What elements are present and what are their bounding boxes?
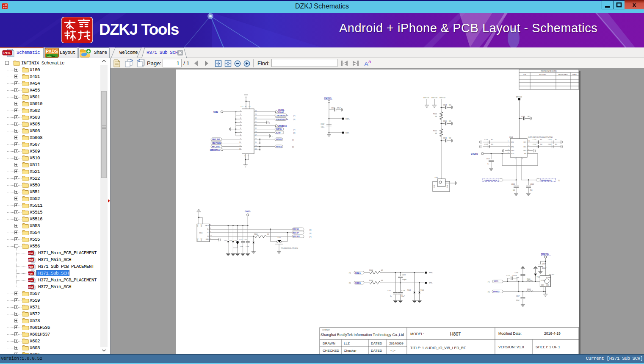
svg-text:C104: C104 <box>443 104 447 106</box>
svg-text:a: a <box>368 59 371 64</box>
svg-text:DATE: DATE <box>572 74 577 75</box>
svg-text:[1]: [1] <box>292 139 294 141</box>
svg-text:ANT102: ANT102 <box>439 97 445 99</box>
svg-text:20: 20 <box>255 124 257 126</box>
svg-text:18: 18 <box>255 131 257 133</box>
svg-text:10pF: 10pF <box>516 277 520 278</box>
svg-text:2: 2 <box>240 114 241 115</box>
svg-text:[1]: [1] <box>558 180 560 181</box>
svg-text:PDF: PDF <box>28 286 33 289</box>
svg-text:1K: 1K <box>267 233 269 235</box>
svg-text:R101: R101 <box>433 113 437 115</box>
svg-text:22: 22 <box>255 117 257 119</box>
svg-text:0R: 0R <box>435 133 437 134</box>
svg-text:30BG1: 30BG1 <box>276 139 282 141</box>
svg-text:X42: X42 <box>240 106 243 108</box>
svg-text:D-: D- <box>207 228 209 230</box>
svg-text:NC: NC <box>491 139 494 141</box>
svg-text:63K363: 63K363 <box>324 97 332 100</box>
svg-text:GND: GND <box>511 150 514 152</box>
svg-text:[1]: [1] <box>293 129 295 131</box>
svg-text:VERSION: V1.0: VERSION: V1.0 <box>498 345 524 349</box>
svg-text:17: 17 <box>255 134 257 136</box>
svg-text:C119: C119 <box>521 116 525 117</box>
svg-text:C118: C118 <box>511 183 515 185</box>
svg-text:C117: C117 <box>516 295 520 297</box>
svg-text:GND: GND <box>447 185 448 188</box>
svg-text:GND: GND <box>201 224 202 227</box>
svg-text:C102: C102 <box>321 123 324 125</box>
svg-text:15: 15 <box>255 142 257 143</box>
svg-text:|-: |- <box>269 122 271 124</box>
svg-text:3: 3 <box>240 117 241 119</box>
svg-text:1: 1 <box>508 140 509 142</box>
svg-text:PDF: PDF <box>28 252 33 255</box>
svg-text:22uF: 22uF <box>337 107 341 109</box>
svg-text:T100: T100 <box>229 240 232 242</box>
svg-text:C218: C218 <box>514 272 518 274</box>
svg-text:R102: R102 <box>369 270 373 271</box>
svg-text:19: 19 <box>255 128 257 129</box>
svg-text:6: 6 <box>240 128 241 129</box>
svg-text:R301: R301 <box>254 233 258 235</box>
svg-text:PADS: PADS <box>46 49 58 54</box>
svg-text:9: 9 <box>240 138 241 139</box>
svg-text:ANT103: ANT103 <box>431 97 437 99</box>
svg-text:SPK-: SPK- <box>429 282 433 284</box>
svg-text:2: 2 <box>508 145 509 147</box>
svg-text:M6C2RA: M6C2RA <box>212 146 220 148</box>
svg-text:T301: T301 <box>277 237 281 239</box>
svg-text:GND1: GND1 <box>541 284 544 286</box>
svg-text:C122: C122 <box>530 183 534 185</box>
svg-text:SPK+: SPK+ <box>429 272 434 274</box>
svg-text:24: 24 <box>255 110 257 112</box>
svg-text:[1]: [1] <box>488 291 489 293</box>
svg-text:13: 13 <box>255 148 257 150</box>
svg-text:60C0P: 60C0P <box>293 232 299 234</box>
svg-text:R106: R106 <box>527 278 531 280</box>
svg-text:5R0RL8VL8: 5R0RL8VL8 <box>541 179 552 181</box>
svg-text:J101: J101 <box>434 177 438 178</box>
svg-text:X1: X1 <box>245 106 246 108</box>
svg-text:C101: C101 <box>443 137 447 139</box>
svg-text:100pF: 100pF <box>402 279 406 281</box>
svg-text:[1]: [1] <box>349 272 351 274</box>
svg-text:NC: NC <box>555 144 558 145</box>
svg-text:110G0C0C02C0: 110G0C0C02C0 <box>484 179 498 181</box>
svg-text:G0G5D: G0G5D <box>471 153 478 155</box>
svg-text:U101: U101 <box>509 136 513 138</box>
svg-text:RF3: RF3 <box>524 142 527 143</box>
svg-text:16: 16 <box>255 138 257 139</box>
svg-text:3: 3 <box>210 231 211 233</box>
svg-text:C101: C101 <box>244 239 247 241</box>
svg-text:G0B3:: G0B3: <box>245 210 251 213</box>
svg-text:5: 5 <box>240 124 241 126</box>
svg-text:10: 10 <box>239 142 241 143</box>
svg-text:45RG1: 45RG1 <box>276 146 282 148</box>
svg-text:< >: < > <box>390 349 395 353</box>
svg-text:[1]: [1] <box>293 132 295 134</box>
svg-text:NC: NC <box>449 137 451 139</box>
svg-text:2R0B0A0: 2R0B0A0 <box>278 125 287 127</box>
svg-text:0R: 0R <box>381 270 383 271</box>
svg-text:A: A <box>364 60 368 67</box>
svg-text:4: 4 <box>240 121 241 122</box>
svg-text:PDF: PDF <box>3 51 11 55</box>
svg-text:C123: C123 <box>548 139 552 141</box>
svg-text:10: 10 <box>528 140 530 142</box>
svg-text:2016-4-19: 2016-4-19 <box>544 331 561 336</box>
svg-text:COMPANY:: COMPANY: <box>322 329 330 331</box>
svg-text:1u: 1u <box>390 295 392 297</box>
svg-text:L2SL0PL0V2.U: L2SL0PL0V2.U <box>276 114 288 117</box>
svg-text:KBR+: KBR+ <box>345 118 350 120</box>
svg-text:1R0SG: 1R0SG <box>493 291 500 293</box>
svg-text:NC: NC <box>530 189 533 191</box>
svg-text:MODEL:: MODEL: <box>410 332 424 336</box>
svg-text:7: 7 <box>244 155 245 157</box>
svg-text:23: 23 <box>255 114 257 115</box>
svg-text:TVS-ESD9X5VL-2TR-4O.4: TVS-ESD9X5VL-2TR-4O.4 <box>281 247 298 249</box>
svg-text:LLZ: LLZ <box>344 342 350 345</box>
svg-text:D+: D+ <box>207 232 209 233</box>
svg-text:RF1: RF1 <box>511 142 514 143</box>
svg-text:GND: GND <box>197 224 199 227</box>
